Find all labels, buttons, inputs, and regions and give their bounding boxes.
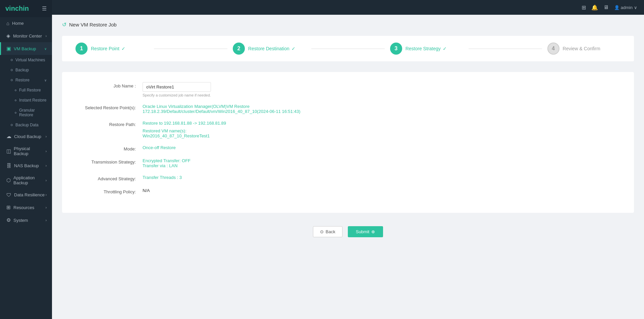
page-header: ↺ New VM Restore Job (62, 21, 634, 28)
sidebar-item-physical-backup[interactable]: ◫ Physical Backup › (0, 143, 52, 160)
sidebar-item-application-backup[interactable]: ⬡ Application Backup › (0, 172, 52, 189)
throttling-label: Throttling Policy: (75, 188, 143, 194)
data-resilience-icon: 🛡 (6, 192, 11, 198)
transmission-value: Encrypted Transfer: OFF Transfer via : L… (143, 158, 621, 168)
wizard-step-4: 4 Review & Confirm (547, 43, 621, 55)
application-backup-icon: ⬡ (6, 177, 11, 183)
topbar-icons: ⊞ 🔔 🖥 👤 admin ∨ (582, 4, 637, 11)
chevron-right-icon: › (46, 149, 47, 153)
sidebar: vinchin ☰ ⌂ Home ◈ Monitor Center › ▣ VM… (0, 0, 52, 319)
sidebar-logo: vinchin ☰ (0, 0, 52, 17)
mode-value: Once-off Restore (143, 145, 621, 150)
restore-icon: ↺ (62, 21, 66, 28)
system-icon: ⚙ (6, 217, 11, 223)
step-1-check-icon: ✓ (121, 46, 125, 51)
submit-icon: ⊕ (371, 229, 375, 234)
main-panel: ⊞ 🔔 🖥 👤 admin ∨ ↺ New VM Restore Job 1 R… (52, 0, 644, 319)
sidebar-item-home[interactable]: ⌂ Home (0, 17, 52, 29)
topbar: ⊞ 🔔 🖥 👤 admin ∨ (52, 0, 644, 15)
sidebar-item-restore[interactable]: Restore ∨ (0, 75, 52, 85)
job-name-input[interactable] (143, 82, 211, 92)
restore-path-row: Restore Path: Restore to 192.168.81.88 -… (75, 121, 621, 138)
cloud-backup-icon: ☁ (6, 133, 11, 139)
sidebar-item-virtual-machines[interactable]: Virtual Machines (0, 55, 52, 65)
monitor-icon[interactable]: 🖥 (603, 4, 609, 10)
user-menu[interactable]: 👤 admin ∨ (614, 5, 637, 10)
throttling-value: N/A (143, 188, 621, 193)
step-divider-1 (154, 49, 227, 49)
sidebar-item-vm-backup[interactable]: ▣ VM Backup ∨ (0, 42, 52, 55)
chevron-right-icon: › (46, 218, 47, 222)
sidebar-item-full-restore[interactable]: Full Restore (0, 85, 52, 95)
step-2-label: Restore Destination (248, 46, 289, 51)
sidebar-item-data-resilience[interactable]: 🛡 Data Resilience › (0, 189, 52, 201)
job-name-hint: Specify a customized job name if needed. (143, 93, 211, 97)
sidebar-item-instant-restore[interactable]: Instant Restore (0, 95, 52, 105)
sidebar-item-resources[interactable]: ⊞ Resources › (0, 201, 52, 214)
restore-points-label: Selected Restore Point(s): (75, 104, 143, 110)
sidebar-item-cloud-backup[interactable]: ☁ Cloud Backup › (0, 130, 52, 143)
small-dot-icon (15, 112, 16, 114)
small-dot-icon (15, 100, 16, 101)
chevron-right-icon: › (46, 179, 47, 182)
submit-button[interactable]: Submit ⊕ (348, 226, 383, 237)
mode-row: Mode: Once-off Restore (75, 145, 621, 151)
menu-toggle-icon[interactable]: ☰ (42, 5, 47, 12)
step-divider-2 (311, 49, 384, 49)
vm-backup-icon: ▣ (6, 46, 11, 52)
wizard-steps: 1 Restore Point ✓ 2 Restore Destination … (62, 36, 634, 61)
step-3-circle: 3 (390, 43, 402, 55)
chevron-right-icon: › (46, 206, 47, 209)
chevron-right-icon: › (46, 135, 47, 138)
dot-icon (11, 79, 13, 81)
advanced-label: Advanced Strategy: (75, 175, 143, 181)
sidebar-item-granular-restore[interactable]: Granular Restore (0, 105, 52, 120)
sidebar-item-system[interactable]: ⚙ System › (0, 214, 52, 227)
physical-backup-icon: ◫ (6, 148, 11, 154)
grid-icon[interactable]: ⊞ (582, 4, 586, 11)
wizard-step-3: 3 Restore Strategy ✓ (390, 43, 463, 55)
step-2-check-icon: ✓ (291, 46, 296, 51)
step-1-label: Restore Point (91, 46, 119, 51)
sidebar-item-monitor-center[interactable]: ◈ Monitor Center › (0, 29, 52, 42)
throttling-row: Throttling Policy: N/A (75, 188, 621, 194)
dot-icon (11, 69, 13, 71)
wizard-step-1: 1 Restore Point ✓ (75, 43, 149, 55)
sidebar-item-backup-data[interactable]: Backup Data (0, 120, 52, 130)
advanced-row: Advanced Strategy: Transfer Threads : 3 (75, 175, 621, 181)
step-3-label: Restore Strategy (406, 46, 441, 51)
job-name-row: Job Name : Specify a customized job name… (75, 82, 621, 97)
back-icon: ⊙ (320, 229, 324, 234)
home-icon: ⌂ (6, 20, 9, 26)
sidebar-item-nas-backup[interactable]: 🗄 NAS Backup › (0, 160, 52, 172)
mode-label: Mode: (75, 145, 143, 151)
form-card: Job Name : Specify a customized job name… (62, 72, 634, 213)
step-divider-3 (469, 49, 542, 49)
dot-icon (11, 124, 13, 126)
restore-path-label: Restore Path: (75, 121, 143, 127)
form-footer: ⊙ Back Submit ⊕ (62, 226, 634, 244)
job-name-field-wrapper: Specify a customized job name if needed. (143, 82, 211, 97)
restore-points-row: Selected Restore Point(s): Oracle Linux … (75, 104, 621, 114)
job-name-label: Job Name : (75, 82, 143, 88)
wizard-step-2: 2 Restore Destination ✓ (233, 43, 306, 55)
chevron-right-icon: › (46, 34, 47, 38)
advanced-value: Transfer Threads : 3 (143, 175, 621, 180)
step-3-check-icon: ✓ (443, 46, 447, 51)
chevron-down-icon: ∨ (44, 47, 47, 51)
sidebar-item-backup[interactable]: Backup (0, 65, 52, 75)
restore-path-value: Restore to 192.168.81.88 -> 192.168.81.8… (143, 121, 621, 138)
step-4-circle: 4 (547, 43, 559, 55)
transmission-label: Transmission Strategy: (75, 158, 143, 165)
chevron-right-icon: › (46, 164, 47, 168)
monitor-icon: ◈ (6, 33, 10, 39)
resources-icon: ⊞ (6, 204, 11, 210)
back-button[interactable]: ⊙ Back (313, 226, 342, 237)
transmission-row: Transmission Strategy: Encrypted Transfe… (75, 158, 621, 168)
logo: vinchin (5, 5, 29, 12)
page-title: New VM Restore Job (69, 22, 117, 27)
step-4-label: Review & Confirm (563, 46, 600, 51)
bell-icon[interactable]: 🔔 (591, 4, 598, 11)
chevron-right-icon: › (46, 193, 47, 197)
user-icon: 👤 (614, 5, 620, 10)
